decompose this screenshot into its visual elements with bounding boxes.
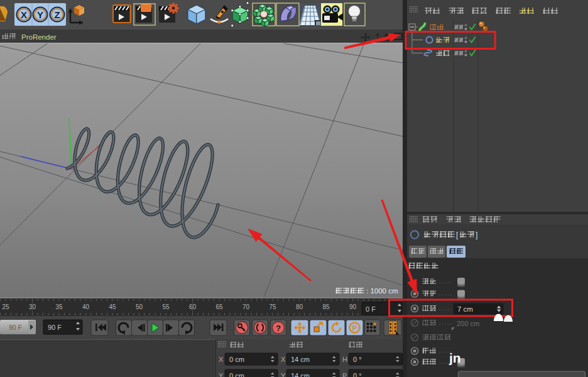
svg-text:0 cm: 0 cm (229, 372, 244, 377)
svg-text:85: 85 (322, 303, 330, 310)
svg-text:jn: jn (449, 351, 461, 365)
svg-text:70: 70 (242, 303, 250, 310)
svg-text:0 °: 0 ° (353, 372, 362, 377)
svg-text:Y: Y (37, 9, 43, 20)
svg-text:80: 80 (296, 303, 303, 310)
svg-text:14 cm: 14 cm (291, 372, 310, 377)
svg-text:Z: Z (54, 9, 60, 20)
svg-text:P: P (342, 372, 347, 377)
svg-text:75: 75 (269, 303, 276, 310)
svg-text:40: 40 (82, 303, 90, 310)
svg-text:X: X (21, 9, 27, 20)
svg-text:Y: Y (219, 372, 224, 377)
svg-text:P: P (352, 324, 357, 332)
svg-text:200 cm: 200 cm (457, 320, 479, 327)
svg-text:?: ? (276, 324, 281, 333)
svg-text:50: 50 (136, 303, 143, 310)
svg-text:0 cm: 0 cm (229, 356, 244, 363)
svg-text:: 1000 cm: : 1000 cm (366, 287, 398, 295)
svg-text:14 cm: 14 cm (291, 356, 310, 363)
svg-text:ProRender: ProRender (21, 33, 57, 41)
svg-text:Y: Y (281, 372, 286, 377)
svg-text:0 F: 0 F (366, 305, 376, 313)
svg-text:45: 45 (109, 303, 116, 310)
svg-text:90 F: 90 F (9, 324, 22, 331)
svg-text:35: 35 (55, 303, 63, 310)
svg-text:X: X (219, 356, 224, 363)
svg-text:90: 90 (349, 303, 357, 310)
svg-text:H: H (342, 356, 347, 363)
svg-text:7 cm: 7 cm (457, 305, 473, 313)
svg-text:25: 25 (2, 303, 9, 310)
svg-text:X: X (281, 356, 286, 363)
svg-text:55: 55 (162, 303, 170, 310)
svg-text:0 °: 0 ° (353, 356, 362, 363)
svg-text:]: ] (476, 231, 477, 239)
svg-text:65: 65 (215, 303, 223, 310)
svg-text:90 F: 90 F (48, 324, 62, 331)
